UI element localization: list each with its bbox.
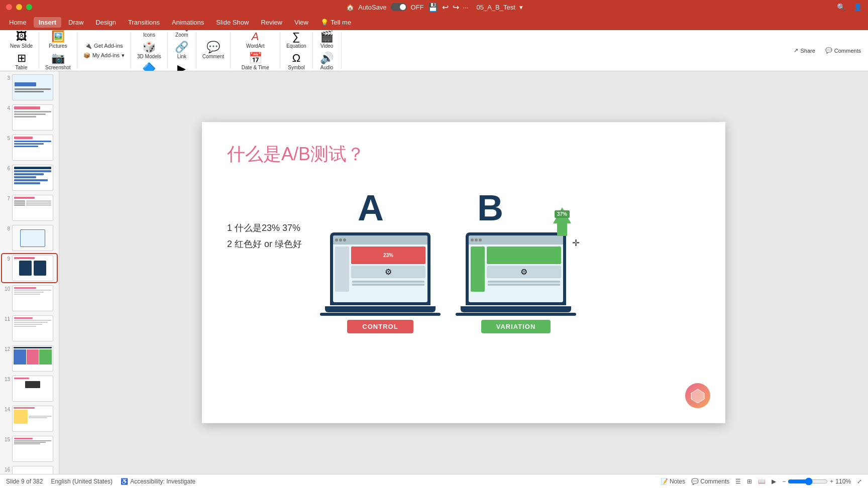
slide-thumb-11[interactable]: 11 bbox=[2, 314, 57, 342]
chevron-down-icon[interactable]: ▾ bbox=[519, 4, 523, 11]
link-button[interactable]: 🔗 Link bbox=[171, 40, 193, 61]
slide-thumb-9[interactable]: 9 bbox=[2, 254, 57, 282]
share-label: Share bbox=[800, 48, 815, 54]
wordart-button[interactable]: A WordArt bbox=[243, 30, 268, 51]
notes-label: Notes bbox=[670, 478, 685, 485]
menu-slideshow[interactable]: Slide Show bbox=[211, 17, 254, 28]
more-icon[interactable]: ··· bbox=[463, 4, 469, 11]
undo-icon[interactable]: ↩ bbox=[442, 3, 449, 12]
laptop-screen-inner-a: 23% ⚙ bbox=[333, 235, 427, 302]
screen-b-gear: ⚙ bbox=[487, 266, 561, 278]
slide-thumb-4[interactable]: 4 bbox=[2, 103, 57, 132]
comments-status-icon: 💬 bbox=[691, 478, 699, 485]
screen-a-topbox: 23% bbox=[351, 247, 425, 264]
menu-review[interactable]: Review bbox=[256, 17, 287, 28]
fit-slide-button[interactable]: ⤢ bbox=[857, 478, 862, 485]
screen-a-gear: ⚙ bbox=[351, 266, 425, 278]
accessibility-label[interactable]: ♿ Accessibility: Investigate bbox=[121, 478, 195, 485]
screen-b-sidebar bbox=[471, 247, 485, 292]
gear-b-icon: ⚙ bbox=[520, 267, 527, 277]
home-icon[interactable]: 🏠 bbox=[346, 4, 354, 11]
datetime-button[interactable]: 📅 Date & Time bbox=[239, 51, 272, 72]
laptop-container: 23% ⚙ bbox=[320, 232, 576, 333]
menu-view[interactable]: View bbox=[289, 17, 313, 28]
slide-thumb-3[interactable]: 3 bbox=[2, 73, 57, 101]
save-icon[interactable]: 💾 bbox=[428, 3, 438, 12]
audio-button[interactable]: 🔊 Audio bbox=[316, 51, 338, 72]
zoom-in-icon[interactable]: + bbox=[830, 478, 833, 485]
view-reading-button[interactable]: 📖 bbox=[758, 478, 766, 485]
zoom-control[interactable]: − + 110% bbox=[782, 477, 851, 485]
redo-icon[interactable]: ↪ bbox=[453, 3, 459, 12]
screenshot-button[interactable]: 📷 Screenshot bbox=[42, 51, 74, 72]
view-present-button[interactable]: ▶ bbox=[772, 478, 776, 485]
ribbon-group-text: T Text Box 📄 Header & Footer A WordArt 📅… bbox=[231, 32, 280, 69]
zoom-out-icon[interactable]: − bbox=[782, 478, 786, 485]
pictures-icon: 🖼️ bbox=[51, 31, 65, 42]
slide-thumb-15[interactable]: 15 bbox=[2, 435, 57, 463]
comment-label: Comment bbox=[202, 54, 224, 59]
new-slide-button[interactable]: 🖼 New Slide bbox=[7, 30, 36, 51]
icons-label: Icons bbox=[143, 32, 155, 38]
slide-thumb-5[interactable]: 5 bbox=[2, 134, 57, 162]
slide-thumb-14[interactable]: 14 bbox=[2, 405, 57, 433]
slide-num-16: 16 bbox=[3, 467, 10, 472]
comments-status-button[interactable]: 💬 Comments bbox=[691, 478, 729, 485]
user-icon[interactable]: 👤 bbox=[853, 3, 862, 11]
action-button[interactable]: ▶ Action bbox=[171, 61, 193, 71]
get-addins-button[interactable]: 🔌 Get Add-ins bbox=[82, 41, 126, 51]
screen-a-lines bbox=[351, 280, 425, 287]
autosave-toggle[interactable] bbox=[391, 3, 407, 11]
my-addins-button[interactable]: 📦 My Add-ins ▾ bbox=[80, 51, 128, 60]
menu-draw[interactable]: Draw bbox=[63, 17, 88, 28]
view-normal-button[interactable]: ☰ bbox=[735, 478, 741, 485]
menu-animations[interactable]: Animations bbox=[167, 17, 209, 28]
minimize-button[interactable] bbox=[16, 4, 22, 10]
comment-button[interactable]: 💬 Comment bbox=[199, 40, 227, 61]
line-a-2 bbox=[352, 284, 424, 286]
notes-button[interactable]: 📝 Notes bbox=[661, 478, 685, 485]
menu-insert[interactable]: Insert bbox=[34, 17, 61, 28]
video-label: Video bbox=[320, 43, 333, 49]
pictures-button[interactable]: 🖼️ Pictures bbox=[46, 30, 70, 51]
slide-preview-6 bbox=[12, 165, 53, 191]
equation-icon: ∑ bbox=[292, 31, 300, 42]
smartart-button[interactable]: 🔷 SmartArt bbox=[136, 61, 162, 71]
file-name: 05_A_B_Test bbox=[476, 4, 515, 11]
zoom-slider[interactable] bbox=[788, 477, 828, 485]
menu-design[interactable]: Design bbox=[90, 17, 121, 28]
3dmodels-button[interactable]: 🎲 3D Models bbox=[134, 40, 164, 61]
slide-thumb-8[interactable]: 8 bbox=[2, 224, 57, 252]
canvas-area: 什么是A/B测试？ 1 什么是23% 37% 2 红色好 or 绿色好 A B bbox=[59, 71, 868, 474]
search-icon[interactable]: 🔍 bbox=[837, 3, 845, 11]
arrow-label: 37% bbox=[555, 210, 570, 218]
slide-thumb-7[interactable]: 7 bbox=[2, 194, 57, 222]
zoom-icon: 🔍 bbox=[175, 30, 188, 31]
share-button[interactable]: ↗ Share bbox=[791, 46, 818, 55]
table-label: Table bbox=[16, 65, 28, 70]
equation-button[interactable]: ∑ Equation bbox=[283, 30, 309, 51]
menu-transitions[interactable]: Transitions bbox=[123, 17, 165, 28]
slide-thumb-13[interactable]: 13 bbox=[2, 375, 57, 403]
screen-b-topbox bbox=[487, 247, 561, 264]
zoom-button[interactable]: 🔍 Zoom bbox=[171, 30, 193, 40]
maximize-button[interactable] bbox=[26, 4, 32, 10]
slide-thumb-6[interactable]: 6 bbox=[2, 164, 57, 192]
slide-canvas[interactable]: 什么是A/B测试？ 1 什么是23% 37% 2 红色好 or 绿色好 A B bbox=[202, 122, 725, 423]
view-slide-button[interactable]: ⊞ bbox=[747, 478, 752, 485]
slide-preview-12 bbox=[12, 345, 53, 372]
slide-thumb-16[interactable]: 16 bbox=[2, 465, 57, 474]
table-button[interactable]: ⊞ Table bbox=[11, 51, 33, 72]
video-button[interactable]: 🎬 Video bbox=[316, 30, 338, 51]
menu-home[interactable]: Home bbox=[4, 17, 32, 28]
symbol-button[interactable]: Ω Symbol bbox=[285, 51, 307, 72]
close-button[interactable] bbox=[6, 4, 12, 10]
language-label: English (United States) bbox=[51, 478, 113, 485]
comments-button[interactable]: 💬 Comments bbox=[822, 46, 864, 55]
slide-thumb-12[interactable]: 12 bbox=[2, 344, 57, 373]
slide-preview-7 bbox=[12, 195, 53, 221]
menu-tellme[interactable]: 💡 Tell me bbox=[315, 17, 356, 28]
icons-button[interactable]: ★ Icons bbox=[138, 30, 160, 40]
slide-thumb-10[interactable]: 10 bbox=[2, 284, 57, 312]
slide-panel[interactable]: 3 4 5 bbox=[0, 71, 59, 474]
